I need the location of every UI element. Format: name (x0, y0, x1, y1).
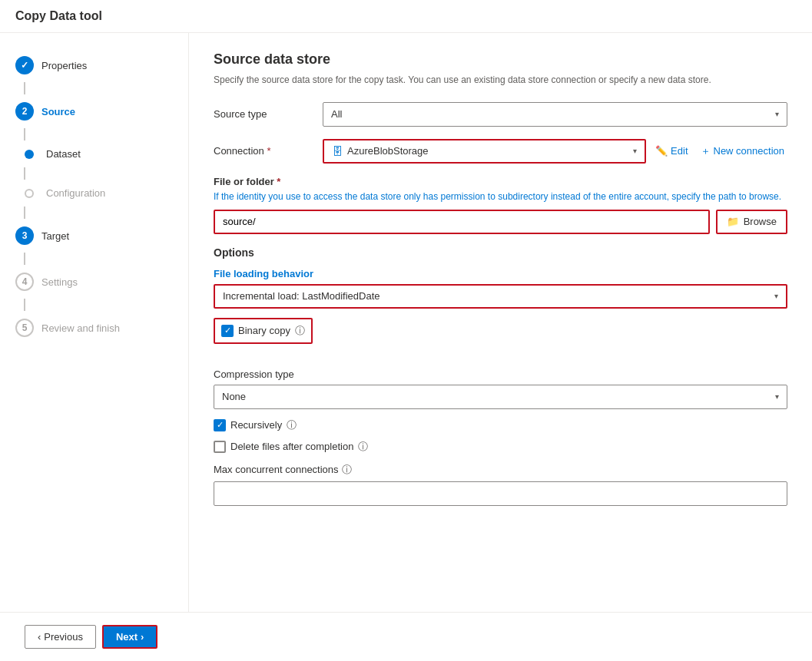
file-path-input[interactable] (214, 210, 710, 234)
sidebar-label-configuration: Configuration (46, 187, 105, 199)
max-connections-info-icon: ⓘ (342, 463, 352, 477)
connection-control: 🗄 AzureBlobStorage ▾ ✏️ Edit ＋ New conne… (323, 139, 787, 164)
incremental-load-select[interactable]: Incremental load: LastModifiedDate ▾ (214, 284, 787, 309)
plus-icon: ＋ (701, 144, 711, 158)
step-circle-properties: ✓ (15, 56, 34, 74)
browse-icon: 📁 (727, 216, 739, 227)
sidebar-label-review: Review and finish (41, 322, 120, 334)
step-connector-4 (24, 207, 25, 219)
step-circle-review: 5 (15, 319, 34, 337)
connection-value: 🗄 AzureBlobStorage (332, 145, 429, 157)
previous-arrow-icon: ‹ (38, 631, 41, 643)
recursively-row: ✓ Recursively ⓘ (214, 418, 787, 432)
app-title: Copy Data tool (15, 9, 102, 22)
sidebar-label-source: Source (41, 106, 75, 117)
sidebar-item-target[interactable]: 3 Target (0, 219, 188, 253)
step-dot-dataset (25, 150, 34, 159)
app-title-bar: Copy Data tool (0, 0, 812, 33)
file-loading-section: File loading behavior Incremental load: … (214, 268, 787, 309)
delete-files-checkbox[interactable] (214, 441, 226, 453)
step-connector-1 (24, 82, 25, 94)
source-type-row: Source type All ▾ (214, 102, 787, 127)
footer: ‹ Previous Next › (0, 612, 812, 659)
sidebar: ✓ Properties 2 Source Dataset Configurat… (0, 33, 189, 659)
max-connections-input[interactable] (214, 481, 787, 506)
connection-required: * (267, 145, 270, 157)
source-type-value: All (331, 108, 342, 120)
sidebar-item-configuration[interactable]: Configuration (0, 180, 188, 207)
step-circle-target: 3 (15, 226, 34, 245)
content-area: Source data store Specify the source dat… (214, 51, 787, 641)
sidebar-label-target: Target (41, 230, 69, 242)
delete-files-info-icon: ⓘ (358, 440, 368, 454)
step-connector-5 (24, 253, 25, 265)
section-title: Source data store (214, 51, 787, 68)
main-content: Source data store Specify the source dat… (189, 33, 812, 659)
source-type-select[interactable]: All ▾ (323, 102, 787, 127)
max-connections-section: Max concurrent connections ⓘ (214, 463, 787, 506)
file-input-row: 📁 Browse (214, 210, 787, 234)
file-loading-label: File loading behavior (214, 268, 787, 279)
edit-icon: ✏️ (655, 145, 668, 157)
recursively-label: Recursively (230, 419, 282, 431)
next-button[interactable]: Next › (102, 625, 158, 649)
connection-chevron: ▾ (633, 147, 637, 155)
delete-files-row: Delete files after completion ⓘ (214, 440, 787, 454)
binary-copy-checkbox[interactable]: ✓ (221, 325, 234, 337)
max-connections-label: Max concurrent connections ⓘ (214, 463, 787, 477)
sidebar-item-properties[interactable]: ✓ Properties (0, 48, 188, 82)
sidebar-item-settings[interactable]: 4 Settings (0, 265, 188, 299)
file-folder-label: File or folder * (214, 176, 787, 187)
source-type-chevron: ▾ (775, 110, 779, 118)
sidebar-label-dataset: Dataset (46, 148, 81, 160)
recursively-info-icon: ⓘ (287, 418, 297, 432)
compression-select[interactable]: None ▾ (214, 385, 787, 409)
compression-chevron: ▾ (775, 392, 779, 401)
sidebar-item-review[interactable]: 5 Review and finish (0, 311, 188, 345)
connection-row: Connection * 🗄 AzureBlobStorage ▾ ✏️ Edi… (214, 139, 787, 164)
step-connector-3 (24, 167, 25, 180)
blob-icon: 🗄 (332, 145, 343, 157)
sidebar-item-source[interactable]: 2 Source (0, 94, 188, 128)
sidebar-label-properties: Properties (41, 60, 87, 71)
browse-button[interactable]: 📁 Browse (716, 210, 787, 234)
step-connector-6 (24, 299, 25, 311)
binary-copy-label: Binary copy (238, 325, 290, 336)
new-connection-button[interactable]: ＋ New connection (698, 144, 788, 158)
file-folder-desc: If the identity you use to access the da… (214, 190, 787, 203)
step-circle-settings: 4 (15, 273, 34, 291)
compression-value: None (222, 391, 246, 402)
source-type-control: All ▾ (323, 102, 787, 127)
incremental-chevron: ▾ (774, 292, 778, 300)
file-folder-section: File or folder * If the identity you use… (214, 176, 787, 234)
sidebar-label-settings: Settings (41, 276, 78, 288)
options-title: Options (214, 246, 787, 259)
recursively-checkbox[interactable]: ✓ (214, 419, 226, 431)
delete-files-label: Delete files after completion (230, 441, 353, 452)
connection-select[interactable]: 🗄 AzureBlobStorage ▾ (323, 139, 646, 164)
edit-button[interactable]: ✏️ Edit (652, 145, 691, 157)
previous-button[interactable]: ‹ Previous (25, 625, 96, 649)
step-circle-source: 2 (15, 102, 34, 121)
next-arrow-icon: › (141, 631, 144, 643)
step-dot-configuration (25, 189, 34, 198)
source-type-label: Source type (214, 108, 313, 120)
connection-label: Connection * (214, 145, 313, 157)
compression-section: Compression type None ▾ (214, 369, 787, 409)
binary-copy-row: ✓ Binary copy ⓘ (214, 318, 313, 344)
sidebar-item-dataset[interactable]: Dataset (0, 140, 188, 167)
file-folder-required: * (277, 176, 280, 187)
step-connector-2 (24, 128, 25, 140)
binary-copy-section: ✓ Binary copy ⓘ (214, 318, 787, 356)
compression-label: Compression type (214, 369, 787, 380)
binary-copy-info-icon: ⓘ (295, 324, 305, 338)
section-description: Specify the source data store for the co… (214, 74, 787, 87)
incremental-load-value: Incremental load: LastModifiedDate (223, 290, 380, 302)
